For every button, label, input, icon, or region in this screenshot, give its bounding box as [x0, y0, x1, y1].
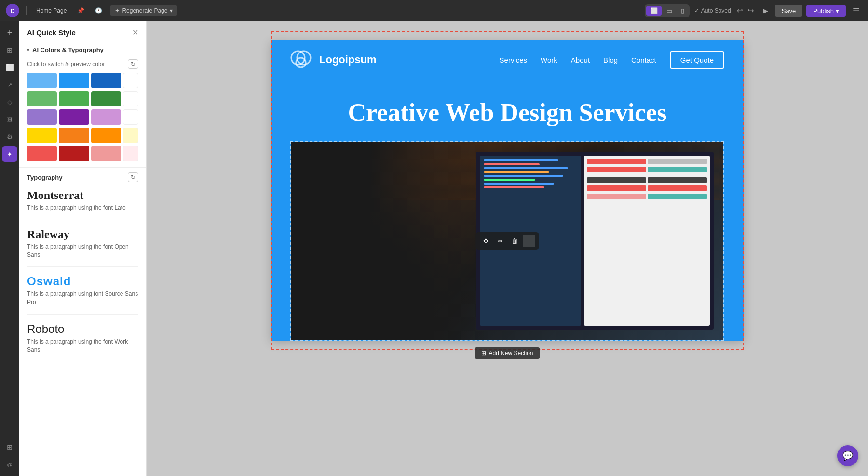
home-page-button[interactable]: Home Page	[33, 5, 69, 16]
home-page-label: Home Page	[36, 7, 67, 14]
more-menu-button[interactable]: ☰	[850, 4, 862, 17]
color-swatch-amber[interactable]	[91, 128, 121, 143]
code-line-2	[484, 163, 540, 165]
code-line-1	[484, 159, 558, 161]
nav-work[interactable]: Work	[541, 56, 557, 64]
analytics-button[interactable]: ↗	[2, 77, 17, 93]
panel-title: AI Quick Style	[27, 28, 76, 37]
website-frame-outer: Logoipsum Services Work About B	[271, 31, 744, 350]
code-line-6	[484, 179, 535, 181]
edit-button[interactable]: ✏	[494, 235, 506, 247]
add-element-button[interactable]: +	[2, 25, 17, 40]
redo-button[interactable]: ↪	[746, 4, 756, 17]
ui-row-4	[587, 185, 707, 191]
undo-button[interactable]: ↩	[735, 4, 745, 17]
history-icon: 🕐	[95, 7, 102, 14]
color-swatch-green-dark[interactable]	[91, 91, 121, 106]
color-palette-row-1	[27, 73, 138, 88]
settings-button[interactable]: ⚙	[2, 129, 17, 145]
move-button[interactable]: ✥	[479, 235, 492, 247]
color-swatch-purple-light[interactable]	[27, 109, 57, 125]
ui-btn-red-3	[587, 185, 646, 191]
apps-button[interactable]: ⊞	[2, 439, 17, 455]
hero-image: ✥ ✏ 🗑 +	[291, 142, 723, 340]
history-button[interactable]: 🕐	[92, 5, 105, 16]
chat-button[interactable]: 💬	[837, 445, 858, 466]
nav-blog[interactable]: Blog	[603, 56, 618, 64]
topbar: D Home Page 📌 🕐 ✦ Regenerate Page ▾ ⬜ ▭ …	[0, 0, 868, 21]
pages-button[interactable]: ⬜	[2, 60, 17, 75]
font-body-montserrat: This is a paragraph using the font Lato	[27, 204, 138, 212]
mobile-view-button[interactable]: ▯	[677, 6, 688, 16]
desktop-view-button[interactable]: ⬜	[646, 6, 662, 16]
color-swatch-red-light[interactable]	[27, 146, 57, 161]
pin-button[interactable]: 📌	[74, 5, 87, 16]
image-icon: 🖼	[7, 117, 13, 122]
color-swatch-red-pink[interactable]	[91, 146, 121, 161]
ai-quick-style-button[interactable]: ✦	[2, 146, 17, 162]
color-swatch-red-dark[interactable]	[59, 146, 89, 161]
layers-icon: ⊞	[7, 46, 13, 54]
star-icon: ✦	[115, 7, 120, 14]
svg-point-2	[296, 58, 306, 67]
analytics-icon: ↗	[8, 82, 12, 88]
add-toolbar-button[interactable]: +	[523, 235, 535, 247]
topbar-divider	[26, 6, 27, 15]
social-button[interactable]: @	[2, 457, 17, 472]
color-swatch-purple-mid[interactable]	[59, 109, 89, 125]
publish-label: Publish	[813, 7, 834, 14]
panel-header: AI Quick Style ✕	[19, 21, 146, 41]
font-heading-oswald: Oswald	[27, 275, 138, 288]
color-swatch-orange[interactable]	[59, 128, 89, 143]
nav-contact[interactable]: Contact	[631, 56, 656, 64]
ui-btn-dark-1	[587, 177, 646, 183]
assets-button[interactable]: ◇	[2, 94, 17, 110]
publish-button[interactable]: Publish ▾	[806, 5, 846, 17]
code-line-7	[484, 183, 554, 185]
ai-colors-section-header[interactable]: ▾ AI Colors & Typography	[19, 41, 146, 56]
font-entry-montserrat: Montserrat This is a paragraph using the…	[27, 189, 138, 220]
hero-image-container: ✥ ✏ 🗑 +	[290, 141, 724, 341]
preview-button[interactable]: ▶	[760, 5, 771, 16]
regenerate-label: Regenerate Page	[122, 7, 167, 14]
color-palettes	[19, 73, 146, 167]
color-swatch-purple-white[interactable]	[123, 109, 138, 125]
person-area	[291, 142, 486, 340]
refresh-colors-button[interactable]: ↻	[128, 59, 138, 69]
image-button[interactable]: 🖼	[2, 112, 17, 127]
tablet-view-button[interactable]: ▭	[663, 6, 676, 16]
regenerate-button[interactable]: ✦ Regenerate Page ▾	[110, 5, 177, 16]
color-swatch-blue-mid[interactable]	[59, 73, 89, 88]
site-hero: Creative Web Design Services	[271, 79, 744, 341]
nav-services[interactable]: Services	[500, 56, 528, 64]
nav-cta-button[interactable]: Get Quote	[670, 51, 724, 69]
color-swatch-green-mid[interactable]	[59, 91, 89, 106]
autosaved-status: ✓ Auto Saved	[694, 7, 731, 14]
main-layout: + ⊞ ⬜ ↗ ◇ 🖼 ⚙ ✦ ⊞ @ Feedback	[0, 21, 868, 476]
ui-btn-red-4	[648, 185, 707, 191]
color-swatch-blue-light[interactable]	[27, 73, 57, 88]
color-swatch-yellow-white[interactable]	[123, 128, 138, 143]
check-icon: ✓	[694, 7, 699, 14]
refresh-typography-button[interactable]: ↻	[128, 172, 138, 182]
color-swatch-red-white[interactable]	[123, 146, 138, 161]
color-swatch-blue-dark[interactable]	[91, 73, 121, 88]
delete-button[interactable]: 🗑	[508, 235, 521, 247]
color-swatch-green-white[interactable]	[123, 91, 138, 106]
section-arrow-icon: ▾	[27, 47, 29, 53]
color-swatch-yellow[interactable]	[27, 128, 57, 143]
add-section-bar[interactable]: ⊞ Add New Section	[475, 347, 540, 359]
color-swatch-green-light[interactable]	[27, 91, 57, 106]
ai-quick-style-panel: AI Quick Style ✕ ▾ AI Colors & Typograph…	[19, 21, 147, 476]
nav-about[interactable]: About	[571, 56, 590, 64]
chevron-down-icon: ▾	[170, 7, 173, 14]
save-button[interactable]: Save	[775, 5, 803, 17]
save-label: Save	[782, 7, 796, 14]
logo-button[interactable]: D	[6, 4, 19, 17]
panel-close-button[interactable]: ✕	[132, 28, 138, 37]
code-line-5	[484, 175, 563, 177]
layers-button[interactable]: ⊞	[2, 42, 17, 58]
social-icon: @	[7, 462, 12, 467]
color-swatch-purple-lilac[interactable]	[91, 109, 121, 125]
color-swatch-blue-white[interactable]	[123, 73, 138, 88]
